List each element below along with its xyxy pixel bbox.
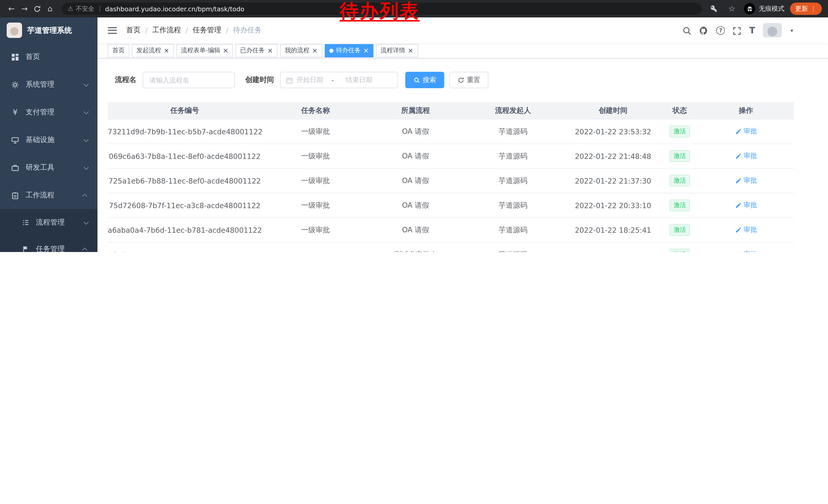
approve-link[interactable]: 审批 bbox=[735, 151, 757, 161]
date-range-picker[interactable]: 开始日期 - 结束日期 bbox=[280, 72, 398, 88]
cell-starter: 芋道源码 bbox=[462, 151, 564, 161]
help-icon[interactable]: ? bbox=[716, 26, 725, 35]
sidebar-item-system[interactable]: 系统管理 bbox=[0, 71, 97, 98]
reset-button[interactable]: 重置 bbox=[449, 72, 488, 88]
cell-starter: 芋道源码 bbox=[462, 250, 564, 252]
cell-task-name: 1.2 bbox=[262, 250, 369, 252]
breadcrumb-task-management[interactable]: 任务管理 bbox=[193, 26, 221, 35]
cell-task-name: 一级审批 bbox=[262, 127, 369, 136]
cell-action: 审批 bbox=[698, 151, 794, 161]
end-date-placeholder: 结束日期 bbox=[345, 75, 372, 85]
tab-process-detail[interactable]: 流程详情× bbox=[376, 44, 418, 57]
tab-process-form-edit[interactable]: 流程表单-编辑× bbox=[176, 44, 233, 57]
monitor-icon bbox=[10, 136, 20, 144]
close-icon[interactable]: × bbox=[267, 47, 273, 54]
status-badge: 激活 bbox=[669, 150, 690, 162]
edit-icon bbox=[735, 202, 742, 209]
table-row: 75d72608-7b7f-11ec-a3c8-acde48001122一级审批… bbox=[108, 193, 794, 218]
sidebar-item-label: 系统管理 bbox=[26, 80, 54, 89]
update-button[interactable]: 更新 ⋮ bbox=[790, 3, 822, 15]
create-time-label: 创建时间 bbox=[245, 75, 274, 85]
tab-home[interactable]: 首页 bbox=[108, 44, 129, 57]
breadcrumb-home[interactable]: 首页 bbox=[126, 26, 140, 35]
process-name-label: 流程名 bbox=[115, 75, 136, 85]
table-row: 069c6a63-7b8a-11ec-8ef0-acde48001122一级审批… bbox=[108, 144, 794, 169]
tab-my-process[interactable]: 我的流程× bbox=[280, 44, 322, 57]
chevron-up-icon bbox=[82, 193, 87, 199]
sidebar-item-label: 研发工具 bbox=[26, 163, 54, 172]
cell-action: 审批 bbox=[698, 250, 794, 252]
sidebar-item-process-management[interactable]: 流程管理 bbox=[0, 209, 97, 236]
process-name-input[interactable] bbox=[142, 72, 235, 88]
cell-task-name: 一级审批 bbox=[262, 176, 369, 185]
table-header-row: 任务编号 任务名称 所属流程 流程发起人 创建时间 状态 操作 bbox=[108, 102, 794, 120]
tab-done-tasks[interactable]: 已办任务× bbox=[236, 44, 278, 57]
cell-task-id: 8f0d1619-7ac8-11ec-a9e2-a2380e71991a bbox=[108, 250, 262, 252]
chevron-down-icon bbox=[84, 164, 89, 170]
reload-icon[interactable] bbox=[31, 2, 44, 15]
column-header-task-name: 任务名称 bbox=[262, 106, 369, 115]
calendar-icon bbox=[286, 76, 293, 84]
cell-process-name: 测试多审批人 bbox=[369, 250, 462, 252]
breadcrumb: 首页 / 工作流程 / 任务管理 / 待办任务 bbox=[126, 26, 262, 35]
avatar-caret-icon: ▾ bbox=[791, 28, 793, 33]
cell-create-time: 2022-01-22 21:48:48 bbox=[564, 152, 662, 160]
approve-link[interactable]: 审批 bbox=[735, 127, 757, 136]
sidebar-item-workflow[interactable]: 工作流程 bbox=[0, 182, 97, 209]
sidebar-item-payment[interactable]: ¥ 支付管理 bbox=[0, 98, 97, 126]
sidebar-item-devtools[interactable]: 研发工具 bbox=[0, 154, 97, 182]
edit-icon bbox=[735, 227, 742, 233]
close-icon[interactable]: × bbox=[164, 47, 169, 54]
sidebar-item-infra[interactable]: 基础设施 bbox=[0, 126, 97, 154]
close-icon[interactable]: × bbox=[363, 47, 369, 54]
close-icon[interactable]: × bbox=[223, 47, 229, 54]
cell-status: 激活 bbox=[662, 200, 698, 211]
fullscreen-icon[interactable] bbox=[733, 26, 742, 35]
navbar-actions: ? T ▾ bbox=[682, 23, 793, 37]
sidebar-item-label: 工作流程 bbox=[26, 191, 54, 200]
chevron-down-icon bbox=[84, 137, 89, 142]
cell-process-name: OA 请假 bbox=[369, 151, 462, 161]
cell-starter: 芋道源码 bbox=[462, 176, 564, 185]
github-icon[interactable] bbox=[700, 26, 709, 35]
cell-create-time: 2022-01-21 22:43:55 bbox=[564, 250, 662, 252]
sidebar: 芋道管理系统 首页 系统管理 ¥ 支付管理 bbox=[0, 17, 97, 252]
key-icon[interactable] bbox=[707, 2, 720, 15]
approve-link[interactable]: 审批 bbox=[735, 201, 757, 210]
table-row: a6aba0a4-7b6d-11ec-b781-acde48001122一级审批… bbox=[108, 218, 794, 242]
sidebar-item-label: 首页 bbox=[26, 52, 40, 61]
approve-link[interactable]: 审批 bbox=[735, 176, 757, 185]
yen-icon: ¥ bbox=[10, 108, 20, 117]
app-logo-row[interactable]: 芋道管理系统 bbox=[0, 17, 97, 43]
font-size-icon[interactable]: T bbox=[749, 25, 755, 35]
sidebar-item-task-management[interactable]: 任务管理 bbox=[0, 236, 97, 252]
search-icon[interactable] bbox=[682, 26, 692, 35]
cell-starter: 芋道源码 bbox=[462, 225, 564, 235]
edit-icon bbox=[735, 153, 742, 159]
tab-start-process[interactable]: 发起流程× bbox=[132, 44, 174, 57]
sidebar-item-home[interactable]: 首页 bbox=[0, 43, 97, 71]
approve-link[interactable]: 审批 bbox=[735, 225, 757, 235]
incognito-icon bbox=[744, 3, 755, 14]
forward-icon[interactable]: → bbox=[18, 2, 31, 15]
breadcrumb-separator: / bbox=[145, 26, 148, 34]
sidebar-collapse-icon[interactable] bbox=[108, 27, 117, 34]
close-icon[interactable]: × bbox=[312, 47, 318, 54]
status-badge: 激活 bbox=[669, 224, 690, 236]
cell-status: 激活 bbox=[662, 126, 698, 137]
chevron-down-icon bbox=[84, 109, 89, 114]
incognito-chip[interactable]: 无痕模式 bbox=[744, 3, 784, 14]
approve-link[interactable]: 审批 bbox=[735, 250, 757, 252]
avatar[interactable] bbox=[763, 23, 782, 37]
column-header-process: 所属流程 bbox=[369, 106, 462, 115]
column-header-task-id: 任务编号 bbox=[108, 106, 262, 115]
cell-create-time: 2022-01-22 21:37:30 bbox=[564, 177, 662, 185]
breadcrumb-workflow[interactable]: 工作流程 bbox=[152, 26, 181, 35]
close-icon[interactable]: × bbox=[408, 47, 413, 54]
back-icon[interactable]: ← bbox=[5, 2, 18, 15]
breadcrumb-separator: / bbox=[226, 26, 228, 34]
star-icon[interactable]: ☆ bbox=[726, 2, 738, 15]
tab-todo-tasks[interactable]: 待办任务× bbox=[325, 44, 373, 57]
home-icon[interactable]: ⌂ bbox=[44, 2, 56, 15]
search-button[interactable]: 搜索 bbox=[405, 72, 444, 88]
